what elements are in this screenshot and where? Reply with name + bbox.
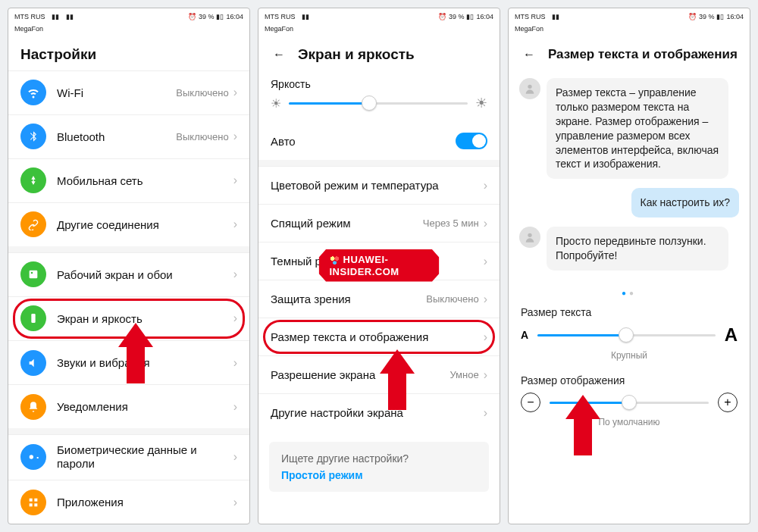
signal-icon: ▮▮ xyxy=(66,13,74,20)
display-size-label: Размер отображения xyxy=(509,371,750,393)
row-value: Выключено xyxy=(426,293,478,305)
phone-text-size: MTS RUS ▮▮ ⏰39 %▮▯16:04 MegaFon ← Размер… xyxy=(508,8,750,524)
row-label: Другие настройки экрана xyxy=(271,406,484,419)
row-label: Размер текста и отображения xyxy=(271,330,484,343)
header: ← Экран и яркость xyxy=(258,36,500,70)
row-other-display[interactable]: Другие настройки экрана › xyxy=(258,393,500,431)
row-value: Через 5 мин xyxy=(423,217,479,229)
watermark-text: HUAWEI-INSIDER.COM xyxy=(330,254,399,277)
chevron-right-icon: › xyxy=(233,450,237,464)
chevron-right-icon: › xyxy=(233,400,237,414)
chat-preview: Размер текста – управление только размер… xyxy=(509,70,750,287)
phone-settings: MTS RUS ▮▮ ▮▮ ⏰39 %▮▯16:04 MegaFon Настр… xyxy=(8,8,250,524)
row-label: Экран и яркость xyxy=(57,312,233,325)
alarm-icon: ⏰ xyxy=(438,13,446,20)
message-out: Как настроить их? xyxy=(519,188,739,217)
section-divider xyxy=(8,428,249,434)
alarm-icon: ⏰ xyxy=(188,13,196,20)
chevron-right-icon: › xyxy=(233,356,237,370)
sound-icon xyxy=(20,350,46,376)
chevron-right-icon: › xyxy=(484,217,487,230)
text-size-caption: Крупный xyxy=(509,349,750,371)
row-wallpaper[interactable]: Рабочий экран и обои › xyxy=(8,252,249,296)
carrier-sub: MegaFon xyxy=(14,25,43,33)
chevron-right-icon: › xyxy=(484,255,487,268)
hint-question: Ищете другие настройки? xyxy=(281,452,477,465)
watermark: HUAWEI-INSIDER.COM xyxy=(319,249,440,282)
battery-pct: 39 % xyxy=(199,13,215,20)
carrier: MTS RUS xyxy=(265,13,296,20)
bell-icon xyxy=(20,394,46,420)
battery-icon: ▮▯ xyxy=(716,13,724,20)
svg-rect-4 xyxy=(30,498,33,501)
row-text-display-size[interactable]: Размер текста и отображения › xyxy=(258,318,500,355)
text-size-slider[interactable] xyxy=(537,334,716,336)
battery-icon: ▮▯ xyxy=(466,13,474,20)
statusbar: MTS RUS ▮▮ ⏰39 %▮▯16:04 xyxy=(258,8,500,25)
back-button[interactable]: ← xyxy=(521,46,537,63)
row-label: Разрешение экрана xyxy=(271,368,449,381)
apps-icon xyxy=(20,490,46,515)
statusbar: MTS RUS ▮▮ ▮▮ ⏰39 %▮▯16:04 xyxy=(8,8,249,25)
row-biometrics[interactable]: Биометрические данные и пароли › xyxy=(8,434,249,480)
key-icon xyxy=(20,444,46,470)
toggle-auto[interactable] xyxy=(456,133,487,149)
row-resolution[interactable]: Разрешение экрана Умное › xyxy=(258,355,500,393)
battery-pct: 39 % xyxy=(449,13,465,20)
page-title: Размер текста и отображения xyxy=(548,47,738,62)
clock: 16:04 xyxy=(726,13,744,20)
svg-rect-7 xyxy=(34,503,37,506)
row-mobile-network[interactable]: Мобильная сеть › xyxy=(8,158,249,202)
signal-icon: ▮▮ xyxy=(302,13,309,20)
avatar-icon xyxy=(519,227,540,248)
row-apps[interactable]: Приложения › xyxy=(8,480,249,524)
minus-button[interactable]: − xyxy=(521,393,540,412)
wifi-icon xyxy=(20,80,46,105)
row-label: Цветовой режим и температура xyxy=(271,179,484,192)
svg-point-3 xyxy=(30,455,33,459)
message-in: Просто передвиньте ползунки. Попробуйте! xyxy=(519,227,739,271)
clock: 16:04 xyxy=(476,13,493,20)
page-title: Настройки xyxy=(20,46,96,63)
chevron-right-icon: › xyxy=(484,406,487,420)
back-button[interactable]: ← xyxy=(271,46,287,63)
carrier: MTS RUS xyxy=(14,13,45,20)
svg-rect-0 xyxy=(30,271,38,279)
row-sounds[interactable]: Звуки и вибрация › xyxy=(8,340,249,384)
chevron-right-icon: › xyxy=(484,330,487,344)
row-value: Выключено xyxy=(176,131,228,142)
hint-link[interactable]: Простой режим xyxy=(281,469,477,481)
message-bubble: Просто передвиньте ползунки. Попробуйте! xyxy=(547,227,728,271)
row-color-mode[interactable]: Цветовой режим и температура › xyxy=(258,166,500,204)
brightness-slider[interactable] xyxy=(289,102,468,105)
link-icon xyxy=(20,211,46,237)
row-wifi[interactable]: Wi-Fi Выключено › xyxy=(8,70,249,114)
row-value: Выключено xyxy=(176,87,228,99)
row-label: Рабочий экран и обои xyxy=(57,268,233,281)
header: Настройки xyxy=(8,36,249,70)
row-eye-comfort[interactable]: Защита зрения Выключено › xyxy=(258,280,500,318)
bluetooth-icon xyxy=(20,124,46,149)
text-size-label: Размер текста xyxy=(509,303,750,324)
signal-icon: ▮▮ xyxy=(52,13,59,20)
phone-display-settings: MTS RUS ▮▮ ⏰39 %▮▯16:04 MegaFon ← Экран … xyxy=(258,8,500,524)
plus-button[interactable]: + xyxy=(718,393,738,412)
chevron-right-icon: › xyxy=(233,174,237,187)
carrier-sub: MegaFon xyxy=(265,25,293,33)
battery-icon: ▮▯ xyxy=(216,13,224,20)
row-bluetooth[interactable]: Bluetooth Выключено › xyxy=(8,114,249,158)
row-other-connections[interactable]: Другие соединения › xyxy=(8,202,249,246)
carrier-sub: MegaFon xyxy=(515,25,543,33)
statusbar-sub: MegaFon xyxy=(509,25,750,36)
svg-point-8 xyxy=(528,85,531,89)
statusbar-sub: MegaFon xyxy=(258,25,500,36)
display-size-slider[interactable] xyxy=(550,402,709,404)
page-title: Экран и яркость xyxy=(298,46,415,63)
page-indicator: ●● xyxy=(509,287,750,303)
row-sleep[interactable]: Спящий режим Через 5 мин › xyxy=(258,204,500,242)
section-divider xyxy=(8,246,249,252)
row-auto-brightness[interactable]: Авто xyxy=(258,122,500,160)
hint-box: Ищете другие настройки? Простой режим xyxy=(269,442,489,492)
row-notifications[interactable]: Уведомления › xyxy=(8,384,249,428)
row-display-brightness[interactable]: Экран и яркость › xyxy=(8,296,249,340)
